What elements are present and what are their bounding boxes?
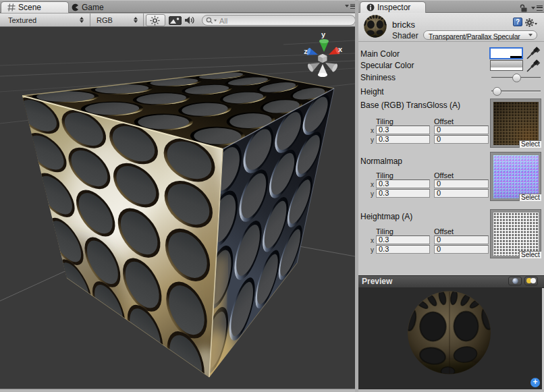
svg-text:x: x <box>338 45 343 53</box>
svg-text:y: y <box>321 30 326 38</box>
svg-text:z: z <box>304 47 308 55</box>
